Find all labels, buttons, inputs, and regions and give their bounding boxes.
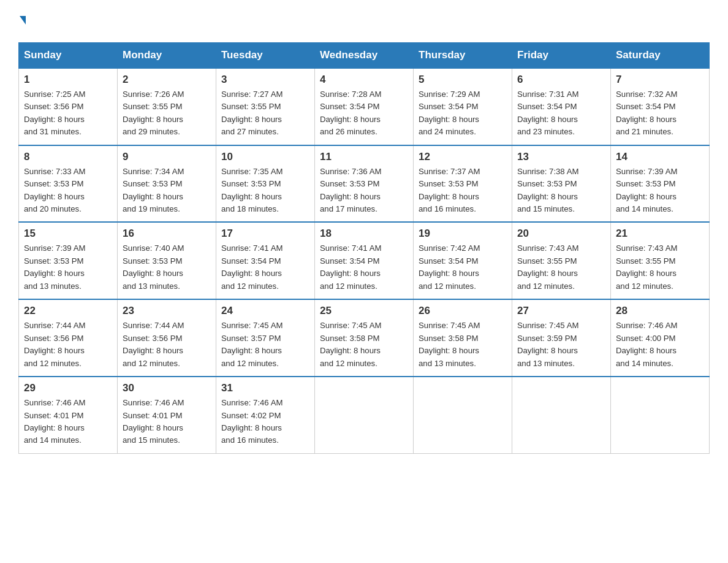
day-info: Sunrise: 7:42 AMSunset: 3:54 PMDaylight:… [419,242,507,293]
day-info: Sunrise: 7:41 AMSunset: 3:54 PMDaylight:… [221,242,309,293]
day-number: 1 [24,74,112,86]
page-header [18,12,710,31]
calendar-week-row-5: 29Sunrise: 7:46 AMSunset: 4:01 PMDayligh… [19,377,710,453]
day-info: Sunrise: 7:27 AMSunset: 3:55 PMDaylight:… [221,88,309,139]
day-info: Sunrise: 7:46 AMSunset: 4:00 PMDaylight:… [616,320,704,370]
day-info: Sunrise: 7:44 AMSunset: 3:56 PMDaylight:… [123,320,211,370]
calendar-week-row-4: 22Sunrise: 7:44 AMSunset: 3:56 PMDayligh… [19,299,710,377]
day-number: 8 [24,151,112,163]
calendar-cell: 6Sunrise: 7:31 AMSunset: 3:54 PMDaylight… [512,68,611,145]
weekday-header-sunday: Sunday [19,42,118,68]
day-info: Sunrise: 7:39 AMSunset: 3:53 PMDaylight:… [616,166,704,216]
calendar-cell: 24Sunrise: 7:45 AMSunset: 3:57 PMDayligh… [216,299,315,377]
day-number: 11 [320,151,408,163]
day-info: Sunrise: 7:37 AMSunset: 3:53 PMDaylight:… [419,166,507,216]
day-number: 15 [24,228,112,240]
day-info: Sunrise: 7:46 AMSunset: 4:02 PMDaylight:… [221,397,309,447]
calendar-cell: 20Sunrise: 7:43 AMSunset: 3:55 PMDayligh… [512,222,611,299]
day-number: 18 [320,228,408,240]
day-number: 12 [419,151,507,163]
calendar-week-row-1: 1Sunrise: 7:25 AMSunset: 3:56 PMDaylight… [19,68,710,145]
calendar-cell [611,377,710,453]
logo [18,12,26,31]
day-info: Sunrise: 7:32 AMSunset: 3:54 PMDaylight:… [616,88,704,139]
weekday-header-row: SundayMondayTuesdayWednesdayThursdayFrid… [19,42,710,68]
calendar-cell: 5Sunrise: 7:29 AMSunset: 3:54 PMDaylight… [414,68,512,145]
day-number: 20 [517,228,605,240]
day-number: 19 [419,228,507,240]
day-number: 16 [123,228,211,240]
day-number: 24 [221,305,309,317]
day-number: 9 [123,151,211,163]
day-number: 23 [123,305,211,317]
day-info: Sunrise: 7:44 AMSunset: 3:56 PMDaylight:… [24,320,112,370]
day-number: 27 [517,305,605,317]
calendar-cell: 10Sunrise: 7:35 AMSunset: 3:53 PMDayligh… [216,145,315,223]
weekday-header-monday: Monday [118,42,216,68]
calendar-cell: 21Sunrise: 7:43 AMSunset: 3:55 PMDayligh… [611,222,710,299]
calendar-cell: 30Sunrise: 7:46 AMSunset: 4:01 PMDayligh… [118,377,216,453]
day-info: Sunrise: 7:43 AMSunset: 3:55 PMDaylight:… [616,242,704,293]
day-info: Sunrise: 7:40 AMSunset: 3:53 PMDaylight:… [123,242,211,293]
calendar-cell: 22Sunrise: 7:44 AMSunset: 3:56 PMDayligh… [19,299,118,377]
day-info: Sunrise: 7:25 AMSunset: 3:56 PMDaylight:… [24,88,112,139]
day-number: 22 [24,305,112,317]
day-number: 5 [419,74,507,86]
day-info: Sunrise: 7:35 AMSunset: 3:53 PMDaylight:… [221,166,309,216]
calendar-cell: 16Sunrise: 7:40 AMSunset: 3:53 PMDayligh… [118,222,216,299]
calendar-cell: 17Sunrise: 7:41 AMSunset: 3:54 PMDayligh… [216,222,315,299]
logo-text [18,12,26,31]
calendar-cell: 31Sunrise: 7:46 AMSunset: 4:02 PMDayligh… [216,377,315,453]
weekday-header-wednesday: Wednesday [315,42,414,68]
day-info: Sunrise: 7:38 AMSunset: 3:53 PMDaylight:… [517,166,605,216]
calendar-cell: 27Sunrise: 7:45 AMSunset: 3:59 PMDayligh… [512,299,611,377]
day-info: Sunrise: 7:45 AMSunset: 3:58 PMDaylight:… [419,320,507,370]
day-number: 17 [221,228,309,240]
day-number: 26 [419,305,507,317]
calendar-table: SundayMondayTuesdayWednesdayThursdayFrid… [18,42,710,454]
weekday-header-tuesday: Tuesday [216,42,315,68]
day-info: Sunrise: 7:36 AMSunset: 3:53 PMDaylight:… [320,166,408,216]
weekday-header-thursday: Thursday [414,42,512,68]
calendar-cell: 12Sunrise: 7:37 AMSunset: 3:53 PMDayligh… [414,145,512,223]
calendar-cell [512,377,611,453]
calendar-cell: 7Sunrise: 7:32 AMSunset: 3:54 PMDaylight… [611,68,710,145]
calendar-cell: 23Sunrise: 7:44 AMSunset: 3:56 PMDayligh… [118,299,216,377]
calendar-cell: 19Sunrise: 7:42 AMSunset: 3:54 PMDayligh… [414,222,512,299]
day-number: 31 [221,382,309,394]
day-info: Sunrise: 7:45 AMSunset: 3:58 PMDaylight:… [320,320,408,370]
day-number: 6 [517,74,605,86]
day-info: Sunrise: 7:45 AMSunset: 3:57 PMDaylight:… [221,320,309,370]
calendar-cell: 1Sunrise: 7:25 AMSunset: 3:56 PMDaylight… [19,68,118,145]
calendar-cell: 26Sunrise: 7:45 AMSunset: 3:58 PMDayligh… [414,299,512,377]
calendar-cell: 8Sunrise: 7:33 AMSunset: 3:53 PMDaylight… [19,145,118,223]
calendar-cell: 28Sunrise: 7:46 AMSunset: 4:00 PMDayligh… [611,299,710,377]
calendar-cell: 4Sunrise: 7:28 AMSunset: 3:54 PMDaylight… [315,68,414,145]
day-info: Sunrise: 7:46 AMSunset: 4:01 PMDaylight:… [24,397,112,447]
day-number: 14 [616,151,704,163]
weekday-header-friday: Friday [512,42,611,68]
day-info: Sunrise: 7:34 AMSunset: 3:53 PMDaylight:… [123,166,211,216]
day-info: Sunrise: 7:45 AMSunset: 3:59 PMDaylight:… [517,320,605,370]
day-info: Sunrise: 7:28 AMSunset: 3:54 PMDaylight:… [320,88,408,139]
day-info: Sunrise: 7:26 AMSunset: 3:55 PMDaylight:… [123,88,211,139]
day-number: 4 [320,74,408,86]
day-info: Sunrise: 7:41 AMSunset: 3:54 PMDaylight:… [320,242,408,293]
day-info: Sunrise: 7:31 AMSunset: 3:54 PMDaylight:… [517,88,605,139]
day-number: 10 [221,151,309,163]
calendar-cell [414,377,512,453]
day-number: 29 [24,382,112,394]
day-number: 28 [616,305,704,317]
calendar-week-row-2: 8Sunrise: 7:33 AMSunset: 3:53 PMDaylight… [19,145,710,223]
weekday-header-saturday: Saturday [611,42,710,68]
day-number: 3 [221,74,309,86]
day-number: 25 [320,305,408,317]
calendar-cell: 15Sunrise: 7:39 AMSunset: 3:53 PMDayligh… [19,222,118,299]
calendar-cell: 11Sunrise: 7:36 AMSunset: 3:53 PMDayligh… [315,145,414,223]
calendar-cell: 14Sunrise: 7:39 AMSunset: 3:53 PMDayligh… [611,145,710,223]
calendar-cell: 29Sunrise: 7:46 AMSunset: 4:01 PMDayligh… [19,377,118,453]
calendar-cell: 25Sunrise: 7:45 AMSunset: 3:58 PMDayligh… [315,299,414,377]
day-number: 2 [123,74,211,86]
calendar-cell: 13Sunrise: 7:38 AMSunset: 3:53 PMDayligh… [512,145,611,223]
day-number: 21 [616,228,704,240]
